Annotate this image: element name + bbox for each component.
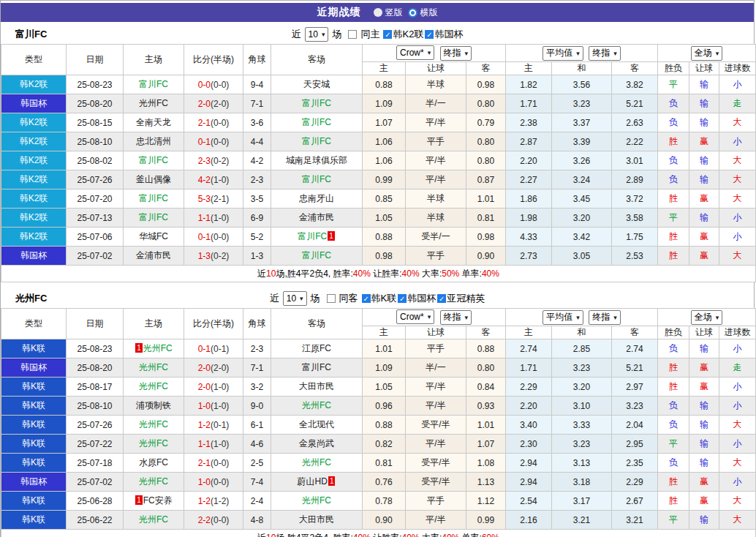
fulltime-score: 1-1 xyxy=(198,213,211,223)
horizontal-layout-radio[interactable] xyxy=(408,8,417,18)
match-row: 韩K联25-08-10浦项制铁1-0(1-0)9-0光州FC0.96平/半0.9… xyxy=(1,397,756,416)
match-date: 25-08-10 xyxy=(67,132,124,151)
odds-stage-select[interactable]: 终指▾ xyxy=(440,46,472,61)
away-team-cell: 天安城 xyxy=(271,75,363,94)
recent-count-select[interactable]: 10▾ xyxy=(283,291,307,306)
fulltime-score: 1-2 xyxy=(198,496,211,506)
scope-select[interactable]: 全场▾ xyxy=(691,310,723,325)
corner-score: 2-3 xyxy=(243,170,271,189)
match-date: 25-06-22 xyxy=(67,511,124,530)
match-date: 25-07-02 xyxy=(67,473,124,492)
handicap-odds-1: 平/半 xyxy=(406,435,466,454)
avg-odds-1: 3.26 xyxy=(552,151,612,170)
corner-score: 4-4 xyxy=(243,132,271,151)
section-controls: 光州FC 近 10▾ 场 同客 ✓韩K联✓韩国杯✓亚冠精英 xyxy=(1,288,754,308)
avg-odds-2: 2.04 xyxy=(612,416,658,435)
avg-company-select[interactable]: 平均值▾ xyxy=(543,310,583,325)
result-1: 输 xyxy=(689,94,719,113)
result-0: 胜 xyxy=(658,228,689,247)
team-section-bucheon: 富川FC 近 10▾ 场 同主 ✓韩K2联✓韩国杯 类型 日期 主场 比分(半场… xyxy=(1,24,754,282)
match-score-cell: 1-3(0-2) xyxy=(184,247,243,266)
match-score-cell: 0-1(0-0) xyxy=(184,228,243,247)
odds-stage-select[interactable]: 终指▾ xyxy=(440,310,472,325)
result-0: 平 xyxy=(658,511,689,530)
match-row: 韩K2联25-08-15全南天龙2-1(0-0)3-6富川FC1.07平/半0.… xyxy=(1,113,756,132)
chevron-down-icon: ▾ xyxy=(465,314,469,321)
result-0: 胜 xyxy=(658,132,689,151)
match-row: 韩K联25-08-231光州FC0-1(0-1)2-3江原FC1.01平手0.8… xyxy=(1,339,756,358)
corner-score: 7-1 xyxy=(243,358,271,378)
away-team-cell: 江原FC xyxy=(271,339,363,358)
handicap-odds-1: 平/半 xyxy=(406,378,466,397)
away-team-name: 江原FC xyxy=(302,343,331,353)
home-team-name: 光州FC xyxy=(139,476,168,487)
avg-company-select[interactable]: 平均值▾ xyxy=(543,46,583,61)
avg-odds-1: 2.85 xyxy=(552,339,612,358)
match-score-cell: 1-1(1-0) xyxy=(184,209,243,228)
select-value: Crow* xyxy=(400,312,424,322)
away-team-cell: 忠南牙山 xyxy=(271,189,363,209)
corner-score: 2-5 xyxy=(243,454,271,473)
halftime-score: (1-0) xyxy=(211,213,229,223)
home-team-cell: 光州FC xyxy=(124,358,184,378)
handicap-odds-0: 0.81 xyxy=(363,454,406,473)
avg-odds-1: 3.56 xyxy=(552,75,612,94)
handicap-odds-1: 受平/半 xyxy=(406,416,466,435)
away-team-name: 富川FC xyxy=(302,174,331,184)
handicap-odds-0: 0.88 xyxy=(363,416,406,435)
vertical-layout-option[interactable]: 竖版 xyxy=(374,7,403,19)
result-0: 胜 xyxy=(658,189,689,209)
vertical-layout-radio[interactable] xyxy=(374,8,382,17)
avg-odds-2: 2.29 xyxy=(612,473,658,492)
handicap-odds-0: 0.90 xyxy=(363,511,406,530)
scope-select[interactable]: 全场▾ xyxy=(691,46,723,61)
horizontal-layout-label: 横版 xyxy=(420,7,438,19)
footer-text: 40% xyxy=(442,533,459,537)
corner-score: 7-1 xyxy=(243,94,271,113)
handicap-odds-0: 1.09 xyxy=(363,94,406,113)
odds-company-select[interactable]: Crow*▾ xyxy=(396,45,434,60)
away-team-cell: 蔚山HD1 xyxy=(271,473,363,492)
match-date: 25-08-20 xyxy=(67,358,124,378)
avg-stage-select[interactable]: 终指▾ xyxy=(589,46,621,61)
league-badge-cell: 韩K2联 xyxy=(1,132,67,151)
match-row: 韩K2联25-08-23富川FC0-0(0-0)9-4天安城0.88半球0.98… xyxy=(1,75,756,94)
same-venue-checkbox[interactable] xyxy=(348,30,357,39)
home-team-name: 金浦市民 xyxy=(136,250,171,260)
horizontal-layout-option[interactable]: 横版 xyxy=(408,7,438,19)
fulltime-score: 1-0 xyxy=(198,477,211,487)
chevron-down-icon: ▾ xyxy=(716,50,719,57)
handicap-odds-0: 1.06 xyxy=(363,151,406,170)
home-team-name: 富川FC xyxy=(139,212,168,222)
away-team-name: 富川FC xyxy=(302,117,331,127)
footer-text: 40% xyxy=(482,268,499,279)
recent-count-select[interactable]: 10▾ xyxy=(305,27,329,42)
same-venue-checkbox[interactable] xyxy=(327,294,336,303)
games-label: 场 xyxy=(311,292,320,305)
avg-odds-0: 3.40 xyxy=(506,416,552,435)
result-2: 小 xyxy=(719,435,756,454)
league-checkbox[interactable]: ✓ xyxy=(425,30,434,39)
handicap-odds-0: 0.78 xyxy=(363,492,406,511)
league-checkbox[interactable]: ✓ xyxy=(437,294,446,303)
match-row: 韩K2联25-08-02富川FC2-3(0-2)4-2城南足球俱乐部1.06平/… xyxy=(1,151,756,170)
result-2: 大 xyxy=(719,416,756,435)
handicap-odds-1: 平/半 xyxy=(406,113,466,132)
avg-odds-1: 3.23 xyxy=(552,94,612,113)
select-value: 全场 xyxy=(695,47,712,59)
result-2: 小 xyxy=(719,378,756,397)
footer-text: 10 xyxy=(266,533,276,537)
avg-stage-select[interactable]: 终指▾ xyxy=(589,310,621,325)
away-team-cell: 富川FC1 xyxy=(271,228,363,247)
corner-score: 6-1 xyxy=(243,416,271,435)
odds-company-select[interactable]: Crow*▾ xyxy=(396,309,434,324)
league-checkbox[interactable]: ✓ xyxy=(362,294,371,303)
league-checkbox[interactable]: ✓ xyxy=(383,30,392,39)
match-date: 25-08-10 xyxy=(67,397,124,416)
league-checkbox[interactable]: ✓ xyxy=(398,294,407,303)
home-team-cell: 金浦市民 xyxy=(124,247,184,266)
away-team-cell: 大田市民 xyxy=(271,378,363,397)
match-row: 韩K联25-08-17光州FC2-0(1-0)3-2大田市民1.05平/半0.8… xyxy=(1,378,756,397)
handicap-odds-2: 0.80 xyxy=(466,358,506,378)
footer-text: 50% xyxy=(442,268,459,279)
